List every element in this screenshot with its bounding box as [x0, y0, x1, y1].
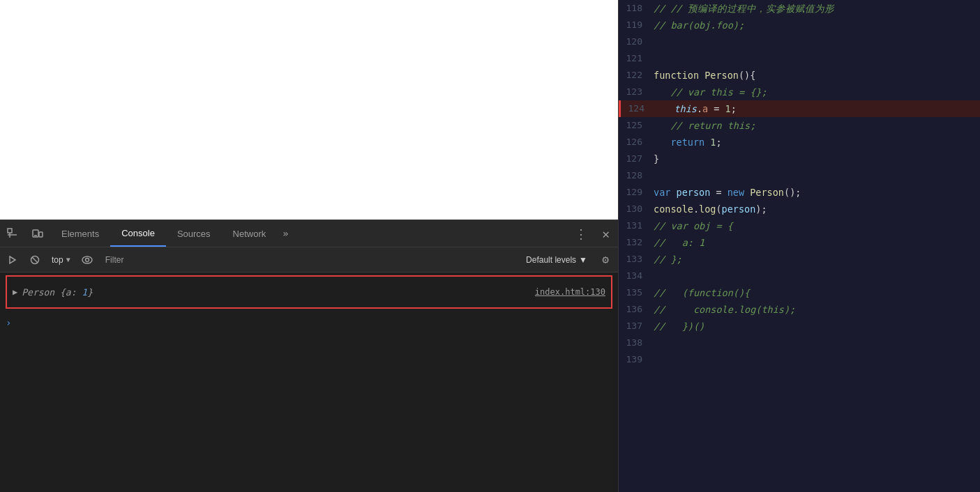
code-line-122: 122function Person(){ [619, 67, 980, 84]
execute-log-icon[interactable] [3, 250, 22, 270]
code-token: // // 预编译的过程中，实参被赋值为形 [654, 3, 834, 14]
line-number: 130 [619, 201, 654, 217]
console-log-entry[interactable]: ▶ Person {a: 1} index.html:130 [6, 275, 612, 309]
line-code: // bar(obj.foo); [654, 17, 980, 33]
line-number: 131 [619, 218, 654, 233]
line-code: // console.log(this); [654, 302, 980, 317]
tab-elements[interactable]: Elements [50, 220, 110, 247]
svg-point-10 [85, 258, 89, 261]
code-token: (); [784, 187, 801, 198]
code-token: log [699, 203, 716, 215]
code-editor-panel: 118// // 预编译的过程中，实参被赋值为形119// bar(obj.fo… [619, 0, 980, 492]
devtools-menu-button[interactable]: ⋮ [569, 226, 594, 241]
entry-source-link[interactable]: index.html:130 [535, 287, 605, 297]
code-token: // return this; [654, 120, 755, 131]
tab-console[interactable]: Console [110, 220, 166, 247]
line-code: // var this = {}; [654, 84, 980, 100]
code-line-136: 136// console.log(this); [619, 301, 980, 318]
line-number: 136 [619, 302, 654, 317]
svg-point-9 [82, 256, 92, 263]
gear-icon[interactable]: ⚙ [596, 250, 615, 270]
line-number: 121 [619, 51, 654, 66]
code-token: } [654, 153, 659, 164]
code-line-134: 134 [619, 268, 980, 284]
entry-expand-arrow[interactable]: ▶ [13, 287, 17, 297]
line-number: 123 [619, 84, 654, 100]
code-line-137: 137// })() [619, 318, 980, 335]
svg-line-8 [32, 257, 38, 263]
eye-icon[interactable] [77, 250, 97, 270]
page-area [0, 0, 618, 220]
line-number: 129 [619, 185, 654, 200]
code-line-131: 131// var obj = { [619, 217, 980, 234]
code-token: Person [750, 187, 784, 198]
tab-network[interactable]: Network [222, 220, 278, 247]
line-code: // return this; [654, 118, 980, 133]
code-token: var [654, 187, 670, 198]
device-toolbar-icon[interactable] [25, 221, 50, 246]
code-token: // })() [654, 321, 704, 332]
line-number: 137 [619, 318, 654, 334]
code-line-124: 124 this.a = 1; [619, 100, 980, 117]
line-number: 119 [619, 17, 654, 33]
line-number: 126 [619, 134, 654, 150]
code-token: // var obj = { [654, 220, 733, 231]
code-line-138: 138 [619, 335, 980, 351]
code-content: 118// // 预编译的过程中，实参被赋值为形119// bar(obj.fo… [619, 0, 980, 492]
code-line-120: 120 [619, 33, 980, 50]
devtools-close-button[interactable]: ✕ [594, 226, 618, 241]
tab-sources[interactable]: Sources [166, 220, 222, 247]
line-code: // }; [654, 252, 980, 267]
line-number: 122 [619, 68, 654, 83]
default-levels-arrow: ▼ [579, 255, 587, 265]
code-line-123: 123 // var this = {}; [619, 84, 980, 100]
code-line-121: 121 [619, 50, 980, 67]
code-token: // bar(obj.foo); [654, 20, 744, 31]
line-number: 135 [619, 285, 654, 300]
code-token: = [708, 103, 725, 114]
line-number: 139 [619, 352, 654, 367]
line-number: 132 [619, 235, 654, 250]
code-token: function [654, 70, 699, 81]
line-number: 133 [619, 252, 654, 267]
block-icon[interactable] [25, 250, 45, 270]
code-line-119: 119// bar(obj.foo); [619, 17, 980, 33]
devtools-panel: Elements Console Sources Network » ⋮ ✕ [0, 0, 619, 492]
default-levels-label: Default levels [526, 255, 576, 265]
more-tabs-button[interactable]: » [277, 228, 294, 239]
code-token [699, 70, 704, 81]
code-line-129: 129var person = new Person(); [619, 184, 980, 201]
code-token: new [728, 187, 744, 198]
code-token [744, 187, 750, 198]
line-code: // a: 1 [654, 235, 980, 250]
line-number: 124 [621, 101, 656, 116]
devtools-toolbar: Elements Console Sources Network » ⋮ ✕ [0, 220, 618, 247]
code-token: (){ [739, 70, 755, 81]
code-token: ( [716, 203, 721, 215]
default-levels-button[interactable]: Default levels ▼ [520, 255, 593, 265]
entry-object-text: Person {a: 1} [22, 287, 535, 298]
code-token: // a: 1 [654, 237, 704, 248]
code-token: 1 [725, 103, 731, 114]
line-code: console.log(person); [654, 201, 980, 217]
code-line-118: 118// // 预编译的过程中，实参被赋值为形 [619, 0, 980, 17]
line-number: 125 [619, 118, 654, 133]
code-token: = [710, 187, 727, 198]
context-selector[interactable]: top ▼ [47, 255, 75, 265]
console-secondary-toolbar: top ▼ Filter Default levels ▼ ⚙ [0, 247, 618, 272]
filter-label: Filter [100, 255, 130, 265]
code-token [670, 187, 676, 198]
line-code: // // 预编译的过程中，实参被赋值为形 [654, 1, 980, 16]
code-token: Person [704, 70, 739, 81]
line-code: function Person(){ [654, 68, 980, 83]
line-code: } [654, 151, 980, 167]
code-token: console [654, 203, 693, 215]
svg-rect-4 [39, 232, 43, 237]
code-token: ; [731, 103, 737, 114]
line-number: 120 [619, 34, 654, 49]
line-code: var person = new Person(); [654, 185, 980, 200]
code-line-133: 133// }; [619, 251, 980, 268]
context-dropdown-arrow: ▼ [66, 256, 70, 263]
inspect-element-icon[interactable] [0, 221, 25, 246]
line-code: return 1; [654, 134, 980, 150]
